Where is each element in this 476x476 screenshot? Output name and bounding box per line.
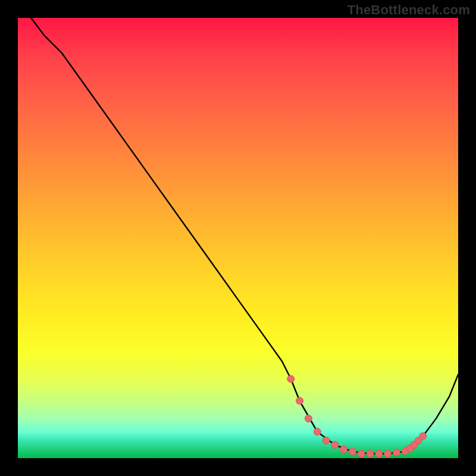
optimal-range-markers — [287, 375, 427, 458]
marker-dot — [419, 433, 427, 440]
marker-dot — [314, 428, 321, 436]
marker-dot — [296, 397, 303, 405]
plot-area — [18, 18, 458, 458]
marker-dot — [305, 415, 312, 422]
bottleneck-curve-svg — [18, 18, 458, 458]
watermark-label: TheBottleneck.com — [347, 2, 470, 18]
marker-dot — [331, 441, 339, 449]
chart-frame: TheBottleneck.com — [0, 0, 476, 476]
marker-dot — [384, 450, 392, 458]
marker-dot — [340, 446, 347, 453]
marker-dot — [393, 449, 400, 456]
marker-dot — [358, 450, 365, 458]
marker-dot — [375, 450, 383, 458]
marker-dot — [367, 450, 374, 458]
marker-dot — [322, 437, 330, 444]
bottleneck-curve — [31, 18, 458, 454]
marker-dot — [287, 375, 295, 383]
marker-dot — [349, 448, 356, 455]
